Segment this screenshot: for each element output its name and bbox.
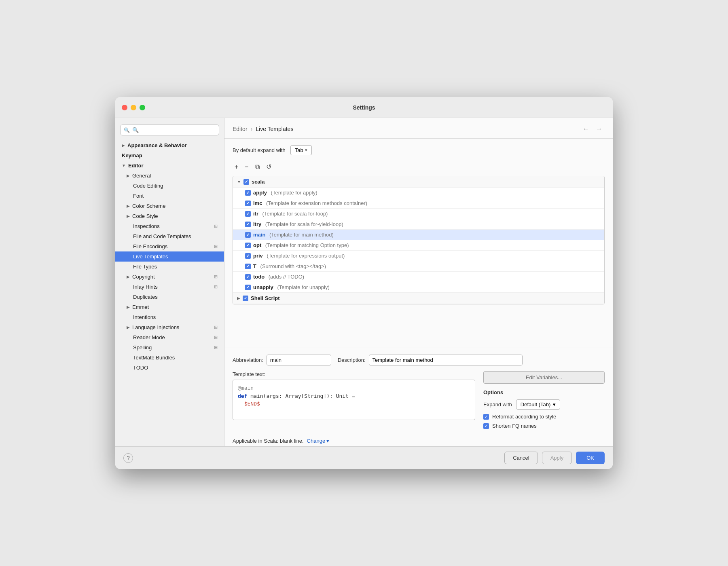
tree-item-imc[interactable]: ✓ imc (Template for extension methods co…	[233, 198, 604, 209]
help-button[interactable]: ?	[123, 453, 133, 463]
expand-label: By default expand with	[233, 147, 286, 153]
sidebar-item-appearance[interactable]: ▶ Appearance & Behavior	[115, 140, 224, 150]
tree-group-scala[interactable]: ▼ ✓ scala	[233, 176, 604, 188]
tree-item-main[interactable]: ✓ main (Template for main method)	[233, 230, 604, 240]
options-label: Options	[483, 389, 605, 395]
sidebar-item-spelling[interactable]: Spelling ⊞	[115, 342, 224, 353]
todo-checkbox[interactable]: ✓	[245, 274, 251, 280]
T-checkbox[interactable]: ✓	[245, 264, 251, 269]
chevron-right-icon: ▶	[127, 325, 130, 329]
tree-group-shell-script[interactable]: ▶ ✓ Shell Script	[233, 293, 604, 304]
tree-item-apply[interactable]: ✓ apply (Template for apply)	[233, 188, 604, 198]
revert-template-button[interactable]: ↺	[264, 162, 273, 172]
sidebar-item-duplicates[interactable]: Duplicates	[115, 292, 224, 302]
sidebar-item-font[interactable]: Font	[115, 191, 224, 201]
tree-item-itr[interactable]: ✓ itr (Template for scala for-loop)	[233, 209, 604, 219]
expand-with-dropdown[interactable]: Tab ▾	[290, 145, 312, 155]
cancel-button[interactable]: Cancel	[504, 452, 538, 464]
itr-name: itr	[253, 211, 258, 217]
nav-back-button[interactable]: ←	[580, 125, 592, 133]
expand-with-row: Expand with Default (Tab) ▾	[483, 399, 605, 410]
maximize-button[interactable]	[140, 105, 145, 110]
priv-checkbox[interactable]: ✓	[245, 253, 251, 259]
sidebar-item-file-code-templates[interactable]: File and Code Templates	[115, 231, 224, 241]
settings-icon: ⊞	[214, 284, 218, 289]
search-box[interactable]: 🔍	[120, 125, 219, 135]
sidebar-item-textmate-bundles[interactable]: TextMate Bundles	[115, 353, 224, 363]
sidebar-item-general[interactable]: ▶ General	[115, 171, 224, 181]
sidebar-item-code-editing[interactable]: Code Editing	[115, 181, 224, 191]
imc-checkbox[interactable]: ✓	[245, 201, 251, 206]
window-controls	[122, 105, 145, 110]
scala-group-checkbox[interactable]: ✓	[243, 179, 249, 185]
tree-item-opt[interactable]: ✓ opt (Template for matching Option type…	[233, 240, 604, 251]
main-layout: 🔍 ▶ Appearance & Behavior Keymap ▼ Edito…	[115, 118, 613, 446]
nav-forward-button[interactable]: →	[593, 125, 605, 133]
expand-with-label: Expand with	[483, 401, 512, 408]
search-input[interactable]	[132, 127, 216, 133]
tree-item-priv[interactable]: ✓ priv (Template for expressions output)	[233, 251, 604, 261]
itry-checkbox[interactable]: ✓	[245, 222, 251, 227]
add-template-button[interactable]: +	[233, 162, 240, 172]
abbreviation-input[interactable]	[267, 355, 331, 365]
sidebar-label-intentions: Intentions	[133, 314, 156, 320]
description-label: Description:	[338, 357, 366, 363]
sidebar-item-live-templates[interactable]: Live Templates	[115, 251, 224, 262]
sidebar-item-color-scheme[interactable]: ▶ Color Scheme	[115, 201, 224, 211]
tree-item-todo[interactable]: ✓ todo (adds // TODO)	[233, 272, 604, 282]
sidebar-item-editor[interactable]: ▼ Editor	[115, 161, 224, 171]
copy-template-button[interactable]: ⧉	[253, 162, 262, 172]
expand-with-select[interactable]: Default (Tab) ▾	[516, 399, 560, 410]
titlebar: Settings	[115, 97, 613, 118]
tree-item-itry[interactable]: ✓ itry (Template for scala for-yield-loo…	[233, 219, 604, 230]
breadcrumb-arrow: ›	[251, 126, 253, 132]
close-button[interactable]	[122, 105, 127, 110]
sidebar: 🔍 ▶ Appearance & Behavior Keymap ▼ Edito…	[115, 118, 224, 446]
sidebar-label-emmet: Emmet	[132, 304, 149, 310]
itr-checkbox[interactable]: ✓	[245, 211, 251, 217]
templates-toolbar: + − ⧉ ↺	[233, 162, 605, 172]
sidebar-item-todo[interactable]: TODO	[115, 363, 224, 373]
itr-desc: (Template for scala for-loop)	[261, 211, 328, 217]
code-line-3: $END$	[238, 400, 470, 408]
sidebar-item-intentions[interactable]: Intentions	[115, 312, 224, 322]
change-label: Change	[307, 438, 326, 444]
template-code-box[interactable]: @main def main(args: Array[String]): Uni…	[233, 380, 475, 420]
panel-header: Editor › Live Templates ← →	[224, 118, 613, 139]
sidebar-item-inspections[interactable]: Inspections ⊞	[115, 221, 224, 231]
chevron-right-icon: ▶	[237, 296, 240, 300]
sidebar-item-code-style[interactable]: ▶ Code Style	[115, 211, 224, 221]
shell-script-group-checkbox[interactable]: ✓	[243, 296, 248, 301]
ok-button[interactable]: OK	[576, 452, 605, 464]
footer-left: ?	[123, 453, 133, 463]
sidebar-item-copyright[interactable]: ▶ Copyright ⊞	[115, 272, 224, 282]
chevron-right-icon: ▶	[127, 214, 130, 218]
edit-variables-button[interactable]: Edit Variables...	[483, 371, 605, 384]
unapply-checkbox[interactable]: ✓	[245, 285, 251, 290]
code-line-2: def main(args: Array[String]): Unit =	[238, 392, 470, 400]
sidebar-item-file-types[interactable]: File Types	[115, 262, 224, 272]
sidebar-item-inlay-hints[interactable]: Inlay Hints ⊞	[115, 282, 224, 292]
opt-checkbox[interactable]: ✓	[245, 243, 251, 248]
tree-item-unapply[interactable]: ✓ unapply (Template for unapply)	[233, 282, 604, 293]
chevron-down-icon: ▼	[237, 180, 241, 184]
sidebar-item-keymap[interactable]: Keymap	[115, 150, 224, 161]
description-input[interactable]	[369, 355, 523, 365]
sidebar-label-live-templates: Live Templates	[133, 253, 168, 260]
shorten-fq-checkbox[interactable]: ✓	[483, 423, 489, 429]
sidebar-label-code-style: Code Style	[132, 213, 158, 219]
change-link[interactable]: Change ▾	[307, 438, 330, 444]
sidebar-item-language-injections[interactable]: ▶ Language Injections ⊞	[115, 322, 224, 332]
sidebar-item-emmet[interactable]: ▶ Emmet	[115, 302, 224, 312]
sidebar-item-reader-mode[interactable]: Reader Mode ⊞	[115, 332, 224, 342]
remove-template-button[interactable]: −	[243, 162, 250, 172]
main-checkbox[interactable]: ✓	[245, 232, 251, 238]
minimize-button[interactable]	[131, 105, 136, 110]
T-name: T	[253, 263, 256, 269]
apply-checkbox[interactable]: ✓	[245, 190, 251, 196]
reformat-checkbox[interactable]: ✓	[483, 414, 489, 420]
tree-item-T[interactable]: ✓ T (Surround with <tag></tag>)	[233, 261, 604, 272]
settings-icon: ⊞	[214, 325, 218, 330]
sidebar-item-file-encodings[interactable]: File Encodings ⊞	[115, 241, 224, 251]
apply-button[interactable]: Apply	[542, 452, 572, 464]
